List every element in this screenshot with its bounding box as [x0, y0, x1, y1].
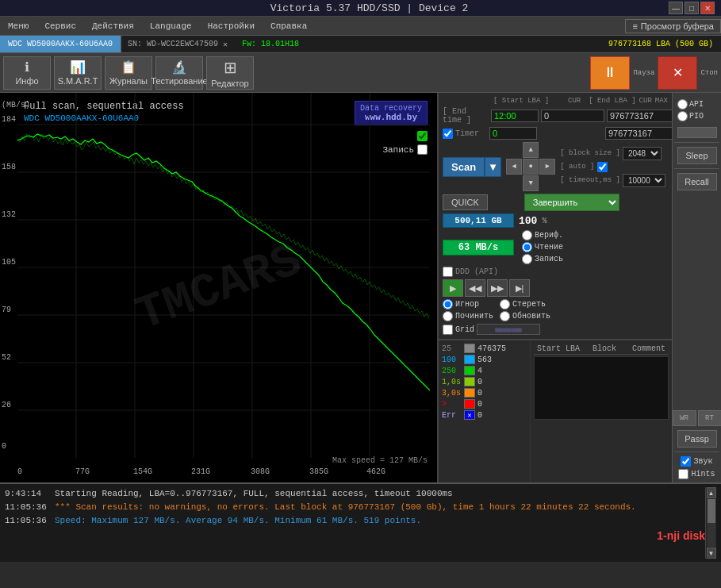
log-msg-2: Speed: Maximum 127 MB/s. Average 94 MB/s…: [55, 514, 421, 528]
auto-row: [ auto ]: [560, 162, 665, 172]
sleep-button[interactable]: Sleep: [677, 147, 717, 164]
repair-radio[interactable]: [443, 311, 453, 321]
editor-button[interactable]: ⊞ Редактор: [206, 56, 254, 90]
scroll-track: [708, 499, 715, 547]
info-icon: ℹ: [25, 60, 29, 75]
cur2-col-label: CUR: [639, 97, 652, 105]
maximize-button[interactable]: □: [685, 2, 699, 14]
timeout-select[interactable]: 10000500030000: [623, 174, 665, 187]
ddd-checkbox[interactable]: [443, 267, 453, 277]
buffer-icon: ≡: [632, 21, 637, 31]
delete-radio[interactable]: [500, 299, 510, 309]
speed-row: 63 MB/s Вериф. Чтение Запись: [443, 230, 668, 264]
blocksize-select[interactable]: 204851210244096: [623, 147, 662, 160]
log-entry-2: 11:05:36 Speed: Maximum 127 MB/s. Averag…: [5, 514, 705, 528]
log-entry-0: 9:43:14 Starting Reading, LBA=0..9767731…: [5, 487, 705, 501]
hints-checkbox[interactable]: [678, 469, 688, 479]
timeout-label: [ timeout,ms ]: [560, 176, 620, 184]
s3000-value: 0: [477, 389, 482, 398]
verif-radio[interactable]: [522, 230, 532, 240]
grid-checkbox[interactable]: [443, 325, 453, 335]
finish-area: Завершить: [524, 194, 619, 211]
y-label-52: 52: [2, 353, 11, 362]
smart-button[interactable]: 📊 S.M.A.R.T: [54, 56, 102, 90]
endlba-cur-input[interactable]: [607, 110, 674, 122]
menu-actions[interactable]: Действия: [84, 19, 142, 33]
wr-rt-group: WR RT: [673, 410, 722, 426]
nav-cross: ▲ ◄ ● ► ▼: [506, 142, 555, 191]
timer-checkbox[interactable]: [443, 129, 453, 139]
block-header: Block: [589, 344, 629, 354]
buffer-button[interactable]: ≡ Просмотр буфера: [625, 19, 721, 33]
s25-label: 25: [442, 344, 462, 353]
lba-label: 976773168 LBA (500 GB): [600, 40, 721, 48]
quick-button[interactable]: QUICK: [443, 194, 488, 210]
scan-button[interactable]: Scan: [443, 157, 485, 177]
scroll-up-btn[interactable]: ▲: [707, 487, 716, 498]
log-scrollbar[interactable]: ▲ ▼: [705, 487, 716, 559]
s25-color: [464, 344, 475, 353]
y-label-79: 79: [2, 306, 11, 314]
editor-icon: ⊞: [224, 58, 237, 77]
startlba-input[interactable]: [541, 110, 604, 122]
menu-help[interactable]: Справка: [263, 19, 315, 33]
menu-service[interactable]: Сервис: [36, 19, 84, 33]
scroll-thumb[interactable]: [708, 499, 715, 523]
scan-dropdown[interactable]: ▼: [485, 157, 501, 177]
fast-forward-button[interactable]: ▶▶: [487, 279, 508, 297]
s100-value: 563: [477, 355, 492, 364]
endlba-display[interactable]: [605, 127, 673, 140]
read-radio[interactable]: [522, 242, 532, 252]
menu-settings[interactable]: Настройки: [200, 19, 263, 33]
minimize-button[interactable]: —: [669, 2, 683, 14]
fw-label: Fw: 18.01H18: [234, 38, 307, 50]
pause-button[interactable]: ⏸: [590, 56, 630, 90]
blocksize-label: [ block size ]: [560, 149, 620, 157]
logs-button[interactable]: 📋 Журналы: [105, 56, 152, 90]
endtime-row: [ End time ]: [443, 107, 668, 125]
endtime-input[interactable]: [491, 110, 539, 122]
lba-table-body: [534, 356, 669, 420]
x-label-154g: 154G: [133, 467, 152, 476]
timer-input[interactable]: [489, 127, 537, 140]
nav-left-btn[interactable]: ◄: [506, 159, 522, 175]
test-button[interactable]: 🔬 Тестирование: [155, 56, 203, 90]
finish-select[interactable]: Завершить: [524, 194, 619, 211]
window-title: Victoria 5.37 HDD/SSD | Device 2: [70, 2, 669, 14]
y-label-158: 158: [2, 163, 16, 171]
speed-badge: 63 MB/s: [443, 240, 514, 256]
smart-icon: 📊: [70, 60, 86, 75]
log-time-1: 11:05:36: [5, 501, 48, 514]
pio-radio[interactable]: [677, 111, 688, 121]
start-lba-header: Start LBA: [534, 344, 589, 354]
sound-checkbox[interactable]: [681, 456, 691, 467]
skip-end-button[interactable]: ▶|: [509, 279, 530, 297]
left-radio-group: Игнор Починить: [443, 299, 493, 321]
wr-label: WR: [673, 410, 696, 426]
stop-button[interactable]: ✕: [658, 56, 697, 90]
menu-language[interactable]: Language: [142, 19, 200, 33]
write-radio[interactable]: [522, 254, 532, 264]
close-button[interactable]: ✕: [700, 2, 715, 14]
ignore-radio[interactable]: [443, 299, 453, 309]
menu-menu[interactable]: Меню: [0, 19, 36, 33]
device-tab[interactable]: WDC WD5000AAKX-60U6AA0: [0, 36, 121, 52]
recall-button[interactable]: Recall: [677, 173, 717, 190]
api-radio[interactable]: [677, 99, 688, 110]
tab-close-btn[interactable]: ✕: [223, 40, 228, 49]
pause-icon: ⏸: [603, 64, 617, 81]
err-value: 0: [477, 411, 482, 420]
nav-center-btn[interactable]: ●: [523, 159, 539, 175]
update-radio[interactable]: [500, 311, 510, 321]
play-button[interactable]: ▶: [443, 279, 463, 297]
passp-button[interactable]: Passp: [677, 430, 717, 448]
s100-row: 100 563: [442, 355, 527, 364]
scroll-down-btn[interactable]: ▼: [707, 548, 716, 559]
s250-row: 250 4: [442, 366, 527, 375]
auto-checkbox[interactable]: [597, 162, 608, 172]
info-button[interactable]: ℹ Инфо: [3, 56, 51, 90]
nav-up-btn[interactable]: ▲: [523, 142, 539, 158]
nav-right-btn[interactable]: ►: [539, 159, 555, 175]
rewind-button[interactable]: ◀◀: [465, 279, 485, 297]
nav-down-btn[interactable]: ▼: [523, 175, 539, 191]
